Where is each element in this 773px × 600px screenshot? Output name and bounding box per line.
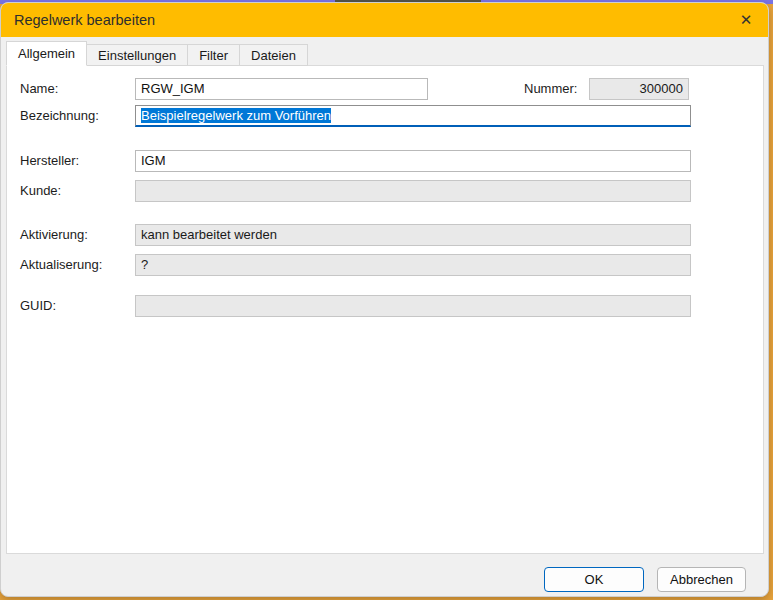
- hersteller-label: Hersteller:: [20, 153, 79, 168]
- dialog-regelwerk-bearbeiten: Regelwerk bearbeiten ✕ Allgemein Einstel…: [0, 2, 769, 597]
- tab-filter[interactable]: Filter: [187, 44, 240, 66]
- aktualiserung-label: Aktualiserung:: [20, 257, 102, 272]
- kunde-field: [135, 180, 691, 202]
- tab-einstellungen[interactable]: Einstellungen: [86, 44, 188, 66]
- guid-field: [135, 295, 691, 317]
- kunde-label: Kunde:: [20, 183, 61, 198]
- nummer-field: 300000: [589, 78, 689, 100]
- name-field[interactable]: RGW_IGM: [135, 78, 428, 100]
- aktualiserung-field: ?: [135, 254, 691, 276]
- dialog-title: Regelwerk bearbeiten: [14, 12, 155, 28]
- bezeichnung-field[interactable]: Beispielregelwerk zum Vorführen: [135, 105, 691, 127]
- close-icon[interactable]: ✕: [730, 5, 762, 35]
- name-label: Name:: [20, 81, 58, 96]
- tab-allgemein[interactable]: Allgemein: [6, 41, 87, 66]
- nummer-label: Nummer:: [524, 81, 577, 96]
- aktivierung-field: kann bearbeitet werden: [135, 224, 691, 246]
- cancel-button[interactable]: Abbrechen: [657, 567, 746, 592]
- titlebar: Regelwerk bearbeiten ✕: [1, 3, 768, 37]
- aktivierung-label: Aktivierung:: [20, 227, 88, 242]
- tab-dateien[interactable]: Dateien: [239, 44, 308, 66]
- tabstrip: Allgemein Einstellungen Filter Dateien: [6, 41, 307, 66]
- selected-text: Beispielregelwerk zum Vorführen: [141, 108, 331, 123]
- tab-page-allgemein: Name: RGW_IGM Nummer: 300000 Bezeichnung…: [6, 65, 764, 554]
- ok-button[interactable]: OK: [544, 567, 644, 592]
- bezeichnung-label: Bezeichnung:: [20, 108, 99, 123]
- guid-label: GUID:: [20, 298, 56, 313]
- hersteller-field[interactable]: IGM: [135, 150, 691, 172]
